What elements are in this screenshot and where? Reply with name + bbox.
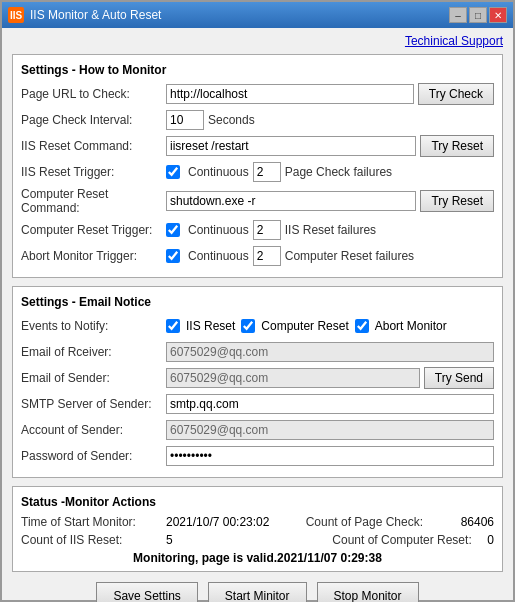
smtp-input[interactable] [166, 394, 494, 414]
maximize-button[interactable]: □ [469, 7, 487, 23]
abort-trigger-label: Abort Monitor Trigger: [21, 249, 166, 263]
status-row-1: Time of Start Monitor: 2021/10/7 00:23:0… [21, 515, 494, 529]
notify-abort-label: Abort Monitor [375, 319, 447, 333]
account-input[interactable] [166, 420, 494, 440]
notify-abort-checkbox[interactable] [355, 319, 369, 333]
iis-trigger-label: IIS Reset Trigger: [21, 165, 166, 179]
page-url-row: Page URL to Check: Try Check [21, 83, 494, 105]
iis-trigger-continuous: Continuous [188, 165, 249, 179]
count-computer-value: 0 [487, 533, 494, 547]
sender-input[interactable] [166, 368, 420, 388]
computer-trigger-checkbox[interactable] [166, 223, 180, 237]
status-section-title: Status -Monitor Actions [21, 495, 494, 509]
title-buttons: – □ ✕ [449, 7, 507, 23]
start-monitor-button[interactable]: Start Minitor [208, 582, 307, 602]
iis-trigger-suffix: Page Check failures [285, 165, 392, 179]
try-send-button[interactable]: Try Send [424, 367, 494, 389]
computer-reset-cmd-label: Computer Reset Command: [21, 187, 166, 215]
smtp-row: SMTP Server of Sender: [21, 393, 494, 415]
events-notify-row: Events to Notify: IIS Reset Computer Res… [21, 315, 494, 337]
abort-trigger-row: Abort Monitor Trigger: Continuous Comput… [21, 245, 494, 267]
main-window: IIS IIS Monitor & Auto Reset – □ ✕ Techi… [0, 0, 515, 602]
computer-reset-cmd-input[interactable] [166, 191, 416, 211]
password-label: Password of Sender: [21, 449, 166, 463]
monitor-section-title: Settings - How to Monitor [21, 63, 494, 77]
events-notify-label: Events to Notify: [21, 319, 166, 333]
password-row: Password of Sender: [21, 445, 494, 467]
account-row: Account of Sender: [21, 419, 494, 441]
try-reset-iis-button[interactable]: Try Reset [420, 135, 494, 157]
computer-trigger-continuous: Continuous [188, 223, 249, 237]
window-title: IIS Monitor & Auto Reset [30, 8, 161, 22]
start-time-value: 2021/10/7 00:23:02 [166, 515, 306, 529]
iis-reset-cmd-label: IIS Reset Command: [21, 139, 166, 153]
save-settings-button[interactable]: Save Settins [96, 582, 197, 602]
bottom-buttons: Save Settins Start Minitor Stop Monitor [12, 582, 503, 602]
minimize-button[interactable]: – [449, 7, 467, 23]
abort-trigger-count[interactable] [253, 246, 281, 266]
page-interval-label: Page Check Interval: [21, 113, 166, 127]
notify-computer-item: Computer Reset [241, 319, 348, 333]
iis-trigger-row: IIS Reset Trigger: Continuous Page Check… [21, 161, 494, 183]
stop-monitor-button[interactable]: Stop Monitor [317, 582, 419, 602]
count-iis-label: Count of IIS Reset: [21, 533, 166, 547]
computer-reset-cmd-row: Computer Reset Command: Try Reset [21, 187, 494, 215]
count-computer-label: Count of Computer Reset: [332, 533, 487, 547]
start-time-label: Time of Start Monitor: [21, 515, 166, 529]
try-check-button[interactable]: Try Check [418, 83, 494, 105]
iis-reset-cmd-row: IIS Reset Command: Try Reset [21, 135, 494, 157]
notify-computer-checkbox[interactable] [241, 319, 255, 333]
page-interval-input[interactable] [166, 110, 204, 130]
notify-abort-item: Abort Monitor [355, 319, 447, 333]
smtp-label: SMTP Server of Sender: [21, 397, 166, 411]
abort-trigger-continuous: Continuous [188, 249, 249, 263]
count-page-value: 86406 [461, 515, 494, 529]
iis-trigger-checkbox[interactable] [166, 165, 180, 179]
monitoring-message: Monitoring, page is valid.2021/11/07 0:2… [21, 551, 494, 565]
abort-trigger-suffix: Computer Reset failures [285, 249, 414, 263]
iis-trigger-count[interactable] [253, 162, 281, 182]
app-icon: IIS [8, 7, 24, 23]
monitor-section: Settings - How to Monitor Page URL to Ch… [12, 54, 503, 278]
sender-row: Email of Sender: Try Send [21, 367, 494, 389]
iis-trigger-controls: Continuous Page Check failures [166, 162, 392, 182]
notify-computer-label: Computer Reset [261, 319, 348, 333]
receiver-row: Email of Rceiver: [21, 341, 494, 363]
computer-trigger-suffix: IIS Reset failures [285, 223, 376, 237]
page-url-input[interactable] [166, 84, 414, 104]
notify-options: IIS Reset Computer Reset Abort Monitor [166, 319, 447, 333]
computer-trigger-label: Computer Reset Trigger: [21, 223, 166, 237]
status-row-2: Count of IIS Reset: 5 Count of Computer … [21, 533, 494, 547]
title-bar-left: IIS IIS Monitor & Auto Reset [8, 7, 161, 23]
try-reset-computer-button[interactable]: Try Reset [420, 190, 494, 212]
count-page-label: Count of Page Check: [306, 515, 461, 529]
page-interval-row: Page Check Interval: Seconds [21, 109, 494, 131]
email-section-title: Settings - Email Notice [21, 295, 494, 309]
status-section: Status -Monitor Actions Time of Start Mo… [12, 486, 503, 572]
iis-reset-cmd-input[interactable] [166, 136, 416, 156]
account-label: Account of Sender: [21, 423, 166, 437]
receiver-label: Email of Rceiver: [21, 345, 166, 359]
close-button[interactable]: ✕ [489, 7, 507, 23]
computer-trigger-count[interactable] [253, 220, 281, 240]
computer-trigger-controls: Continuous IIS Reset failures [166, 220, 376, 240]
abort-trigger-checkbox[interactable] [166, 249, 180, 263]
count-iis-value: 5 [166, 533, 332, 547]
abort-trigger-controls: Continuous Computer Reset failures [166, 246, 414, 266]
receiver-input[interactable] [166, 342, 494, 362]
notify-iis-item: IIS Reset [166, 319, 235, 333]
notify-iis-label: IIS Reset [186, 319, 235, 333]
tech-support-link[interactable]: Techinical Support [12, 34, 503, 48]
page-url-label: Page URL to Check: [21, 87, 166, 101]
content-area: Techinical Support Settings - How to Mon… [2, 28, 513, 602]
notify-iis-checkbox[interactable] [166, 319, 180, 333]
title-bar: IIS IIS Monitor & Auto Reset – □ ✕ [2, 2, 513, 28]
seconds-label: Seconds [208, 113, 255, 127]
computer-trigger-row: Computer Reset Trigger: Continuous IIS R… [21, 219, 494, 241]
email-section: Settings - Email Notice Events to Notify… [12, 286, 503, 478]
password-input[interactable] [166, 446, 494, 466]
sender-label: Email of Sender: [21, 371, 166, 385]
